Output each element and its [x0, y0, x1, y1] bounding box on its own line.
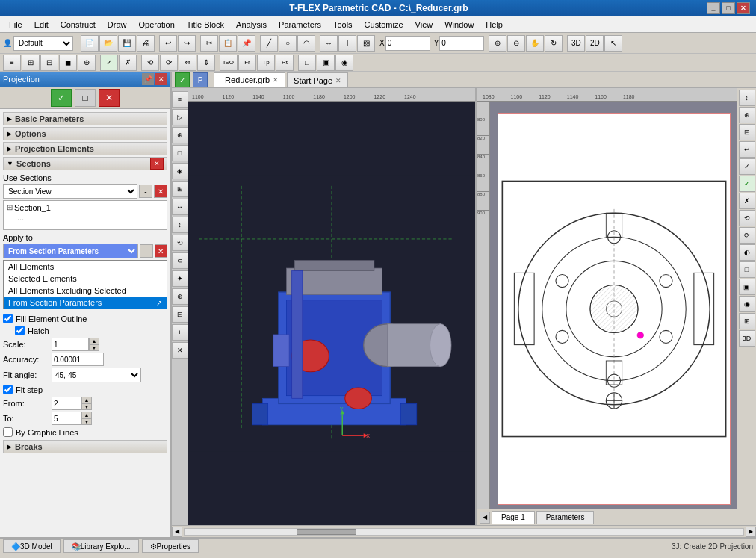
- scale-input[interactable]: [52, 338, 89, 351]
- tab-reducer[interactable]: _Reducer.grb ✕: [214, 72, 285, 87]
- strip-btn-5[interactable]: ◈: [172, 163, 188, 179]
- rstrip-6[interactable]: ✓: [739, 176, 755, 192]
- tree-item-section1[interactable]: ⊞ Section_1: [5, 202, 165, 213]
- tb2-btn5[interactable]: ⊕: [78, 55, 96, 71]
- h-scrollbar-thumb[interactable]: [297, 529, 356, 535]
- tb-rotate[interactable]: ↻: [545, 35, 563, 52]
- tab-start-page-close[interactable]: ✕: [335, 77, 341, 84]
- tb-hatch[interactable]: ▨: [357, 35, 375, 52]
- menu-operation[interactable]: Operation: [132, 19, 180, 31]
- rstrip-7[interactable]: ✗: [739, 193, 755, 209]
- rstrip-8[interactable]: ⟲: [739, 210, 755, 226]
- fill-element-outline-check[interactable]: [3, 314, 13, 323]
- tb-redo[interactable]: ↪: [178, 35, 196, 52]
- menu-parameters[interactable]: Parameters: [273, 19, 327, 31]
- by-graphic-lines-check[interactable]: [3, 427, 13, 437]
- apply-to-minus[interactable]: -: [140, 244, 153, 258]
- tb2-btn3[interactable]: ⊟: [40, 55, 58, 71]
- tb2-btn7[interactable]: ✗: [119, 55, 137, 71]
- y-input[interactable]: [439, 36, 484, 51]
- rstrip-15[interactable]: 3D: [739, 330, 755, 347]
- fit-angle-combo[interactable]: 45,-45 30,-60 0,90: [52, 368, 141, 382]
- tabs-check-button[interactable]: ✓: [175, 72, 190, 87]
- tb2-btn8[interactable]: ⟲: [141, 55, 159, 71]
- scale-down[interactable]: ▼: [89, 344, 99, 351]
- strip-btn-8[interactable]: ↕: [172, 217, 188, 233]
- tb-2d[interactable]: 2D: [586, 35, 604, 52]
- tb2-front[interactable]: Fr: [238, 55, 256, 71]
- rstrip-9[interactable]: ⟳: [739, 227, 755, 244]
- page-tab-1[interactable]: Page 1: [492, 511, 535, 524]
- x-input[interactable]: [385, 36, 430, 51]
- tb-3d[interactable]: 3D: [567, 35, 585, 52]
- tb-print[interactable]: 🖨: [137, 35, 155, 52]
- scroll-left-btn[interactable]: ◀: [172, 527, 182, 537]
- panel-neutral-button[interactable]: □: [75, 89, 96, 107]
- h-scrollbar-track[interactable]: [184, 528, 744, 536]
- strip-btn-2[interactable]: ▷: [172, 109, 188, 125]
- to-down[interactable]: ▼: [81, 418, 92, 425]
- option-all-elements[interactable]: All Elements: [4, 261, 167, 273]
- tb2-btn4[interactable]: ◼: [59, 55, 77, 71]
- option-selected-elements[interactable]: Selected Elements: [4, 273, 167, 285]
- section-breaks[interactable]: ▶ Breaks: [3, 440, 167, 453]
- tb2-right[interactable]: Rt: [276, 55, 294, 71]
- tb-copy[interactable]: 📋: [219, 35, 237, 52]
- rstrip-5[interactable]: ✓: [739, 158, 755, 175]
- tb2-btn1[interactable]: ≡: [3, 55, 21, 71]
- page-tab-scroll-left[interactable]: ◀: [480, 512, 490, 524]
- tb-save[interactable]: 💾: [118, 35, 136, 52]
- from-down[interactable]: ▼: [81, 403, 92, 410]
- drawing-canvas[interactable]: [490, 102, 737, 509]
- tb2-render[interactable]: ◉: [335, 55, 353, 71]
- sections-delete-button[interactable]: ✕: [150, 158, 164, 170]
- tb-zoom-out[interactable]: ⊖: [507, 35, 525, 52]
- tb-dim[interactable]: ↔: [320, 35, 338, 52]
- section-view-delete[interactable]: ✕: [154, 185, 167, 198]
- library-tab[interactable]: 📚 Library Explo...: [63, 539, 139, 553]
- tabs-proj-button[interactable]: P: [193, 72, 208, 87]
- tb2-btn10[interactable]: ⇔: [179, 55, 196, 71]
- to-input[interactable]: [52, 412, 81, 425]
- section-projection-elements[interactable]: ▶ Projection Elements: [3, 142, 167, 155]
- menu-construct[interactable]: Construct: [55, 19, 102, 31]
- strip-btn-13[interactable]: ⊟: [172, 306, 188, 323]
- strip-btn-11[interactable]: ✦: [172, 270, 188, 287]
- option-all-excluding-selected[interactable]: All Elements Excluding Selected: [4, 285, 167, 297]
- menu-edit[interactable]: Edit: [28, 19, 55, 31]
- hatch-check[interactable]: [15, 326, 25, 335]
- rstrip-10[interactable]: ◐: [739, 244, 755, 261]
- apply-to-combo[interactable]: From Section Parameters All Elements Sel…: [3, 244, 138, 258]
- tb-line[interactable]: ╱: [260, 35, 278, 52]
- from-up[interactable]: ▲: [81, 397, 92, 403]
- window-controls[interactable]: _ □ ✕: [707, 2, 750, 14]
- tab-reducer-close[interactable]: ✕: [273, 76, 279, 84]
- option-from-section-params[interactable]: From Section Parameters ↗: [4, 297, 167, 309]
- rstrip-13[interactable]: ◉: [739, 296, 755, 312]
- page-tab-params[interactable]: Parameters: [536, 511, 595, 524]
- tb2-shaded[interactable]: ▣: [317, 55, 335, 71]
- tb2-top[interactable]: Tp: [257, 55, 275, 71]
- tb2-btn9[interactable]: ⟳: [160, 55, 178, 71]
- rstrip-12[interactable]: ▣: [739, 279, 755, 295]
- menu-view[interactable]: View: [409, 19, 439, 31]
- rstrip-14[interactable]: ⊞: [739, 313, 755, 329]
- profile-combo[interactable]: Default: [13, 36, 73, 51]
- section-options[interactable]: ▶ Options: [3, 127, 167, 140]
- to-up[interactable]: ▲: [81, 412, 92, 418]
- panel-close-button[interactable]: ✕: [155, 73, 167, 85]
- tb2-wire[interactable]: □: [298, 55, 316, 71]
- menu-help[interactable]: Help: [480, 19, 509, 31]
- rstrip-3[interactable]: ⊟: [739, 124, 755, 140]
- panel-pin-button[interactable]: 📌: [142, 73, 154, 85]
- strip-btn-4[interactable]: □: [172, 145, 188, 161]
- panel-ok-button[interactable]: ✓: [51, 89, 72, 107]
- section-basic-params[interactable]: ▶ Basic Parameters: [3, 112, 167, 125]
- tb-cut[interactable]: ✂: [200, 35, 218, 52]
- rstrip-11[interactable]: □: [739, 261, 755, 278]
- menu-file[interactable]: File: [3, 19, 28, 31]
- menu-customize[interactable]: Customize: [359, 19, 409, 31]
- tb-undo[interactable]: ↩: [159, 35, 177, 52]
- menu-titleblock[interactable]: Title Block: [181, 19, 230, 31]
- tb-pan[interactable]: ✋: [526, 35, 544, 52]
